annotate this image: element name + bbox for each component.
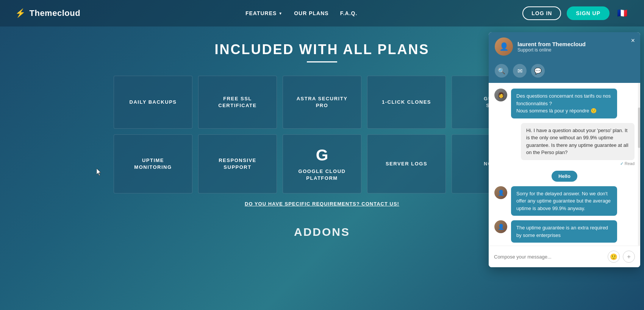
scrollbar-thumb[interactable] bbox=[638, 107, 640, 148]
messenger-icon[interactable]: 💬 bbox=[531, 64, 545, 78]
feature-label: UPTIMEMONITORING bbox=[134, 157, 172, 171]
read-status: ✓ Read bbox=[620, 161, 635, 166]
google-g-icon: G bbox=[316, 146, 328, 164]
feature-label: 1-CLICK CLONES bbox=[382, 99, 431, 106]
feature-label: ASTRA SECURITYPRO bbox=[297, 95, 348, 109]
message-bubble-2: The uptime guarantee is an extra require… bbox=[511, 220, 617, 243]
brand-name: Themecloud bbox=[30, 8, 81, 18]
language-flag[interactable]: 🇫🇷 bbox=[615, 6, 629, 20]
message-agent-2: 👤 The uptime guarantee is an extra requi… bbox=[494, 220, 635, 243]
feature-label: GOOGLE CLOUDPLATFORM bbox=[299, 168, 346, 182]
chat-close-button[interactable]: × bbox=[631, 37, 635, 45]
agent-info: laurent from Themecloud Support is onlin… bbox=[517, 41, 634, 53]
chat-contact-icons: 🔍 ✉ 💬 bbox=[489, 61, 640, 83]
message-bubble: Sorry for the delayed answer. No we don'… bbox=[511, 186, 617, 216]
feature-card-google-cloud[interactable]: G GOOGLE CLOUDPLATFORM bbox=[283, 134, 361, 193]
bot-avatar: 👩 bbox=[494, 89, 507, 101]
logo[interactable]: ⚡ Themecloud bbox=[15, 8, 80, 18]
nav-buttons: LOG IN SIGN UP 🇫🇷 bbox=[522, 6, 629, 20]
feature-card-uptime-monitoring[interactable]: UPTIMEMONITORING bbox=[114, 134, 192, 193]
feature-card-astra-security[interactable]: ASTRA SECURITYPRO bbox=[283, 76, 361, 129]
email-icon[interactable]: ✉ bbox=[513, 64, 527, 78]
message-bot-1: 👩 Des questions concernant nos tarifs ou… bbox=[494, 89, 635, 118]
scrollbar-track bbox=[638, 83, 640, 246]
chat-input-area: 🙂 ＋ bbox=[489, 246, 640, 267]
attach-button[interactable]: ＋ bbox=[623, 251, 635, 263]
agent-msg-avatar-2: 👤 bbox=[494, 220, 507, 233]
section-divider bbox=[307, 61, 337, 62]
agent-msg-avatar: 👤 bbox=[494, 186, 507, 199]
nav-features[interactable]: FEATURES ▼ bbox=[245, 10, 283, 16]
chevron-down-icon: ▼ bbox=[278, 11, 283, 16]
message-user-1: Hi. I have a question about your 'perso'… bbox=[510, 123, 635, 166]
feature-card-daily-backups[interactable]: DAILY BACKUPS bbox=[114, 76, 192, 129]
chat-widget: 👤 laurent from Themecloud Support is onl… bbox=[489, 32, 640, 267]
agent-name: laurent from Themecloud bbox=[517, 41, 634, 47]
message-agent-1: 👤 Sorry for the delayed answer. No we do… bbox=[494, 186, 635, 216]
chat-message-input[interactable] bbox=[494, 254, 605, 260]
features-grid: DAILY BACKUPS FREE SSLCERTIFICATE ASTRA … bbox=[114, 76, 530, 193]
nav-links: FEATURES ▼ OUR PLANS F.A.Q. bbox=[245, 10, 357, 16]
nav-faq[interactable]: F.A.Q. bbox=[340, 10, 358, 16]
logo-icon: ⚡ bbox=[15, 8, 26, 18]
feature-card-free-ssl[interactable]: FREE SSLCERTIFICATE bbox=[198, 76, 277, 129]
agent-status: Support is online bbox=[517, 47, 634, 53]
chat-header: 👤 laurent from Themecloud Support is onl… bbox=[489, 32, 640, 61]
hello-bubble: Hello bbox=[552, 171, 577, 182]
feature-card-one-click-clones[interactable]: 1-CLICK CLONES bbox=[367, 76, 446, 129]
chat-messages[interactable]: 👩 Des questions concernant nos tarifs ou… bbox=[489, 83, 640, 246]
search-icon[interactable]: 🔍 bbox=[495, 64, 508, 78]
feature-label: FREE SSLCERTIFICATE bbox=[218, 95, 256, 109]
emoji-button[interactable]: 🙂 bbox=[608, 251, 620, 263]
message-bubble: Hi. I have a question about your 'perso'… bbox=[521, 123, 635, 160]
agent-avatar: 👤 bbox=[495, 37, 513, 56]
message-hello: Hello bbox=[494, 171, 635, 182]
navbar: ⚡ Themecloud FEATURES ▼ OUR PLANS F.A.Q.… bbox=[0, 0, 644, 26]
message-bubble: Des questions concernant nos tarifs ou n… bbox=[511, 89, 617, 118]
feature-label: SERVER LOGS bbox=[386, 160, 427, 167]
feature-card-responsive-support[interactable]: RESPONSIVE SUPPORT bbox=[198, 134, 277, 193]
login-button[interactable]: LOG IN bbox=[522, 6, 561, 20]
feature-label: DAILY BACKUPS bbox=[130, 99, 177, 106]
feature-card-server-logs[interactable]: SERVER LOGS bbox=[367, 134, 446, 193]
nav-plans[interactable]: OUR PLANS bbox=[294, 10, 328, 16]
signup-button[interactable]: SIGN UP bbox=[567, 6, 610, 20]
feature-label: RESPONSIVE SUPPORT bbox=[206, 157, 269, 171]
